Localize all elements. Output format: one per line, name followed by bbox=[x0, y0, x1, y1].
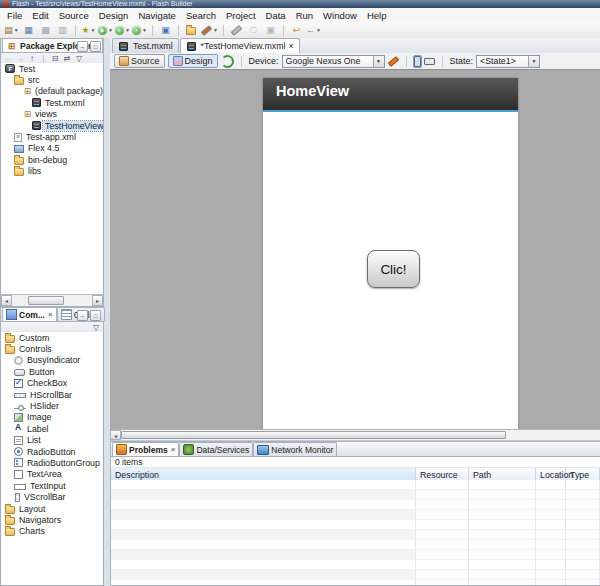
scroll-left-icon[interactable]: ◂ bbox=[1, 295, 12, 306]
tree-item-test-app-xml[interactable]: Test-app.xml bbox=[1, 131, 103, 142]
show-source-block-button[interactable]: □ bbox=[245, 23, 262, 37]
tree-item-libs[interactable]: libs bbox=[1, 166, 103, 177]
action-bar[interactable]: HomeView bbox=[263, 78, 518, 112]
tree-item-flex-4-5[interactable]: Flex 4.5 bbox=[1, 143, 103, 154]
external-tools-button[interactable]: +▼ bbox=[114, 23, 131, 37]
tree-item-test-mxml[interactable]: Test.mxml bbox=[1, 97, 103, 108]
state-select[interactable]: <State1> ▼ bbox=[476, 55, 540, 68]
print-button[interactable]: ▥ bbox=[54, 23, 71, 37]
tree-item-testhomeview-mxml[interactable]: TestHomeView.mxml bbox=[1, 120, 103, 131]
tab-network-monitor[interactable]: Network Monitor bbox=[253, 442, 337, 456]
table-cell bbox=[469, 580, 536, 585]
tree-item-list[interactable]: List bbox=[1, 435, 103, 446]
menu-data[interactable]: Data bbox=[261, 8, 291, 22]
scrollbar-thumb[interactable] bbox=[121, 431, 506, 439]
tree-item-vscrollbar[interactable]: VScrollBar bbox=[1, 491, 103, 502]
editor-hscrollbar[interactable]: ◂ bbox=[110, 429, 600, 441]
link-with-editor-icon[interactable]: ⇄ bbox=[62, 54, 72, 63]
tree-item-checkbox[interactable]: CheckBox bbox=[1, 378, 103, 389]
design-canvas[interactable]: HomeView Clic! bbox=[110, 69, 600, 430]
scroll-right-icon[interactable]: ▸ bbox=[92, 295, 103, 306]
tree-item-test[interactable]: Test bbox=[1, 63, 103, 74]
scroll-left-icon[interactable]: ◂ bbox=[110, 430, 121, 440]
back-icon[interactable]: ← bbox=[3, 54, 13, 63]
tree-item-src[interactable]: src bbox=[1, 74, 103, 85]
close-icon[interactable]: × bbox=[48, 310, 53, 319]
window-titlebar[interactable]: Flash - Test/src/views/TestHomeView.mxml… bbox=[0, 0, 600, 8]
tree-item-radiobuttongroup[interactable]: RadioButtonGroup bbox=[1, 457, 103, 468]
tab-com-[interactable]: Com...× bbox=[2, 307, 57, 321]
tree-item-button[interactable]: Button bbox=[1, 366, 103, 377]
menu-source[interactable]: Source bbox=[54, 8, 94, 22]
tree-item-bin-debug[interactable]: bin-debug bbox=[1, 154, 103, 165]
tree-item-label: Label bbox=[25, 424, 51, 434]
up-icon[interactable]: ↑ bbox=[27, 54, 37, 63]
tree-item-custom[interactable]: Custom bbox=[1, 332, 103, 343]
refresh-icon[interactable] bbox=[221, 55, 234, 68]
menu-edit[interactable]: Edit bbox=[27, 8, 53, 22]
table-cell bbox=[416, 500, 469, 510]
last-edit-location-button[interactable]: ↩ bbox=[288, 23, 305, 37]
menu-run[interactable]: Run bbox=[291, 8, 318, 22]
tree-item-textinput[interactable]: TextInput bbox=[1, 480, 103, 491]
landscape-orientation-button[interactable] bbox=[424, 58, 435, 65]
tree-item-views[interactable]: ⊞views bbox=[1, 109, 103, 120]
maximize-view-icon[interactable]: □ bbox=[90, 310, 101, 321]
tree-item-charts[interactable]: Charts bbox=[1, 526, 103, 537]
tab-problems[interactable]: Problems× bbox=[112, 442, 179, 456]
editor-tab--testhomeview-mxml[interactable]: *TestHomeView.mxml× bbox=[180, 38, 300, 53]
table-cell bbox=[536, 500, 566, 510]
minimize-view-icon[interactable]: – bbox=[77, 41, 88, 52]
clic-button[interactable]: Clic! bbox=[367, 250, 420, 288]
menu-navigate[interactable]: Navigate bbox=[133, 8, 181, 22]
menu-file[interactable]: File bbox=[2, 8, 27, 22]
tree-item-label[interactable]: Label bbox=[1, 423, 103, 434]
folder-icon bbox=[5, 506, 15, 514]
dropdown-arrow-icon: ▼ bbox=[316, 27, 321, 33]
view-menu-icon[interactable]: ▽ bbox=[74, 54, 84, 63]
show-outline-block-button[interactable]: ▣ bbox=[262, 23, 279, 37]
tree-item-controls[interactable]: Controls bbox=[1, 343, 103, 354]
close-icon[interactable]: × bbox=[171, 445, 176, 454]
menu-search[interactable]: Search bbox=[181, 8, 221, 22]
tree-item--default-package-[interactable]: ⊞(default package) bbox=[1, 86, 103, 97]
device-select[interactable]: Google Nexus One ▼ bbox=[282, 55, 385, 68]
tree-item-radiobutton[interactable]: RadioButton bbox=[1, 446, 103, 457]
run-button[interactable]: ▶▼ bbox=[97, 23, 114, 37]
profile-button[interactable]: ▪▼ bbox=[131, 23, 148, 37]
portrait-orientation-button[interactable] bbox=[414, 56, 421, 67]
tree-item-hslider[interactable]: HSlider bbox=[1, 400, 103, 411]
close-icon[interactable]: × bbox=[289, 41, 294, 51]
menu-window[interactable]: Window bbox=[318, 8, 362, 22]
save-all-button[interactable]: ▩ bbox=[37, 23, 54, 37]
scrollbar-thumb[interactable] bbox=[28, 296, 64, 305]
menu-project[interactable]: Project bbox=[221, 8, 261, 22]
collapse-all-icon[interactable]: ⊟ bbox=[50, 54, 60, 63]
design-view-button[interactable]: Design bbox=[168, 54, 218, 68]
back-history-button[interactable]: ←▼ bbox=[305, 23, 322, 37]
tab-data-services[interactable]: Data/Services bbox=[179, 442, 253, 456]
mark-occurrences-button[interactable]: ▼ bbox=[200, 23, 219, 37]
forward-icon[interactable]: → bbox=[15, 54, 25, 63]
debug-button[interactable]: ★▼ bbox=[80, 23, 97, 37]
device-screen[interactable]: HomeView Clic! bbox=[263, 78, 518, 430]
tree-item-navigators[interactable]: Navigators bbox=[1, 514, 103, 525]
tree-item-hscrollbar[interactable]: HScrollBar bbox=[1, 389, 103, 400]
save-button[interactable]: ▦ bbox=[20, 23, 37, 37]
source-view-button[interactable]: Source bbox=[114, 54, 165, 68]
editor-tab-test-mxml[interactable]: Test.mxml bbox=[112, 38, 179, 53]
minimize-view-icon[interactable]: – bbox=[77, 310, 88, 321]
tree-item-busyindicator[interactable]: BusyIndicator bbox=[1, 355, 103, 366]
annotate-button[interactable] bbox=[228, 23, 245, 37]
new-button[interactable]: ▤▼ bbox=[3, 23, 20, 37]
maximize-view-icon[interactable]: □ bbox=[90, 41, 101, 52]
tree-item-layout[interactable]: Layout bbox=[1, 503, 103, 514]
open-folder-button[interactable] bbox=[183, 23, 200, 37]
package-explorer-hscrollbar[interactable]: ◂ ▸ bbox=[1, 294, 103, 306]
menu-design[interactable]: Design bbox=[94, 8, 134, 22]
tree-item-textarea[interactable]: TextArea bbox=[1, 469, 103, 480]
view-menu-icon[interactable]: ▽ bbox=[91, 323, 101, 332]
edit-device-pencil-icon[interactable] bbox=[387, 56, 399, 67]
export-release-build-button[interactable]: ▣ bbox=[157, 23, 174, 37]
menu-help[interactable]: Help bbox=[362, 8, 392, 22]
